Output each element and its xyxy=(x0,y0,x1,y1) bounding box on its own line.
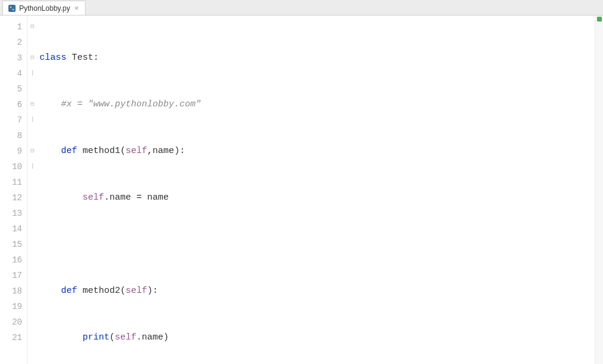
python-file-icon xyxy=(8,4,16,13)
line-number-gutter: 123456789101112131415161718192021 xyxy=(0,16,28,364)
line-number: 10 xyxy=(0,159,22,175)
line-number: 8 xyxy=(0,128,22,143)
fold-marker[interactable] xyxy=(28,252,37,268)
fold-marker[interactable] xyxy=(28,221,37,237)
line-number: 15 xyxy=(0,237,22,252)
line-number: 3 xyxy=(0,50,22,66)
fold-marker[interactable]: ⊟ xyxy=(28,97,37,112)
tab-filename: PythonLobby.py xyxy=(19,4,70,13)
fold-marker[interactable]: ⌋ xyxy=(28,66,37,81)
line-number: 7 xyxy=(0,112,22,128)
fold-marker[interactable] xyxy=(28,283,37,299)
fold-marker[interactable]: ⊟ xyxy=(28,50,37,66)
line-number: 20 xyxy=(0,314,22,330)
fold-marker[interactable]: ⊟ xyxy=(28,19,37,35)
line-number: 11 xyxy=(0,175,22,190)
line-number: 9 xyxy=(0,143,22,159)
code-line: class Test: xyxy=(37,50,603,66)
fold-marker[interactable] xyxy=(28,268,37,283)
code-area[interactable]: class Test: #x = "www.pythonlobby.com" d… xyxy=(37,16,603,364)
fold-marker[interactable]: ⌋ xyxy=(28,112,37,128)
line-number: 19 xyxy=(0,299,22,314)
fold-marker[interactable] xyxy=(28,314,37,330)
fold-marker[interactable] xyxy=(28,81,37,97)
svg-point-1 xyxy=(10,6,12,8)
marker-stripe xyxy=(595,16,603,364)
line-number: 4 xyxy=(0,66,22,81)
fold-marker[interactable]: ⊟ xyxy=(28,143,37,159)
code-line: self.name = name xyxy=(37,190,603,206)
code-line: #x = "www.pythonlobby.com" xyxy=(37,97,603,112)
svg-rect-0 xyxy=(8,5,16,12)
file-tab[interactable]: PythonLobby.py × xyxy=(2,1,86,15)
line-number: 18 xyxy=(0,283,22,299)
fold-marker[interactable]: ⌋ xyxy=(28,159,37,175)
fold-gutter: ⊟⊟⌋⊟⌋⊟⌋ xyxy=(28,16,37,364)
svg-point-2 xyxy=(13,8,14,10)
line-number: 2 xyxy=(0,35,22,50)
line-number: 17 xyxy=(0,268,22,283)
editor[interactable]: 123456789101112131415161718192021 ⊟⊟⌋⊟⌋⊟… xyxy=(0,16,603,364)
code-line: def method2(self): xyxy=(37,283,603,299)
code-line: print(self.name) xyxy=(37,330,603,345)
close-icon[interactable]: × xyxy=(73,4,80,13)
tab-bar: PythonLobby.py × xyxy=(0,0,603,16)
fold-marker[interactable] xyxy=(28,35,37,50)
line-number: 14 xyxy=(0,221,22,237)
line-number: 5 xyxy=(0,81,22,97)
line-number: 12 xyxy=(0,190,22,206)
fold-marker[interactable] xyxy=(28,206,37,221)
inspection-ok-icon xyxy=(597,17,602,22)
fold-marker[interactable] xyxy=(28,299,37,314)
fold-marker[interactable] xyxy=(28,190,37,206)
code-line: def method1(self,name): xyxy=(37,143,603,159)
fold-marker[interactable] xyxy=(28,128,37,143)
fold-marker[interactable] xyxy=(28,330,37,345)
line-number: 1 xyxy=(0,19,22,35)
code-line xyxy=(37,237,603,252)
line-number: 6 xyxy=(0,97,22,112)
line-number: 21 xyxy=(0,330,22,345)
line-number: 16 xyxy=(0,252,22,268)
fold-marker[interactable] xyxy=(28,175,37,190)
line-number: 13 xyxy=(0,206,22,221)
fold-marker[interactable] xyxy=(28,237,37,252)
